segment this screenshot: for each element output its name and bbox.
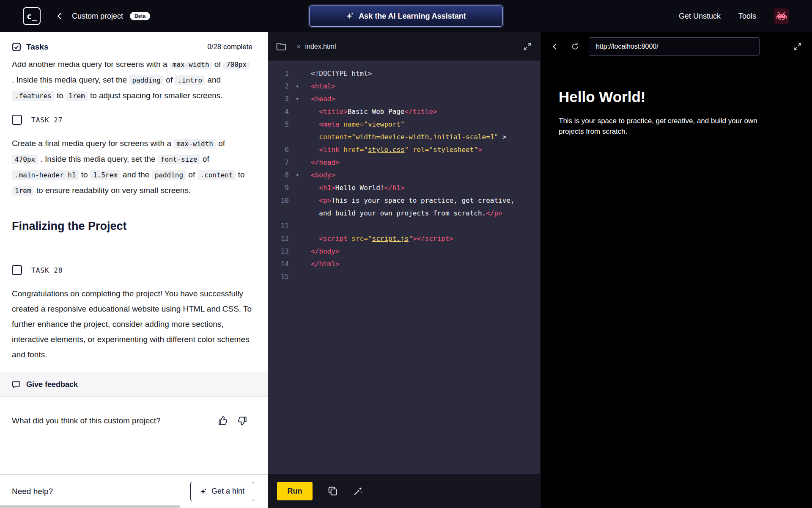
fold-arrow-icon[interactable]: ▾ xyxy=(289,80,311,93)
code-token: " xyxy=(405,146,409,154)
code-token: <!DOCTYPE html> xyxy=(311,69,372,77)
fold-gutter xyxy=(289,67,311,80)
fold-gutter xyxy=(289,118,311,131)
line-number: 7 xyxy=(268,156,289,169)
code-token: </head> xyxy=(311,158,339,166)
tab-close-icon[interactable]: × xyxy=(296,43,301,50)
horizontal-scrollbar-thumb[interactable] xyxy=(0,505,180,508)
line-number: 10 xyxy=(268,194,289,207)
main-content: Tasks 0/28 complete Add another media qu… xyxy=(0,32,812,508)
app-window: c_ Custom project Beta Ask the AI Learni… xyxy=(0,0,812,508)
give-feedback-button[interactable]: Give feedback xyxy=(0,373,268,397)
speech-bubble-icon xyxy=(12,381,20,389)
format-code-button[interactable] xyxy=(353,486,363,496)
code-row: 10 <p>This is your space to practice, ge… xyxy=(268,194,540,207)
folder-icon xyxy=(276,42,286,51)
fold-arrow-icon[interactable]: ▾ xyxy=(289,169,311,182)
code-token: <script xyxy=(319,235,347,243)
ai-assistant-label: Ask the AI Learning Assistant xyxy=(359,12,466,21)
task-27-label: TASK 27 xyxy=(31,116,63,124)
code-token: > xyxy=(478,146,482,154)
codecademy-logo[interactable]: c_ xyxy=(23,7,41,25)
magic-wand-icon xyxy=(353,486,363,496)
paragraph-text: Congratulations on completing the projec… xyxy=(12,289,252,359)
paragraph-text: of xyxy=(200,155,209,163)
tab-title: index.html xyxy=(305,43,336,50)
inline-code-chip: max-width xyxy=(170,62,212,69)
code-token: " xyxy=(368,235,372,243)
top-navigation-bar: c_ Custom project Beta Ask the AI Learni… xyxy=(0,0,812,32)
code-token: <p> xyxy=(319,196,331,204)
expand-icon xyxy=(523,42,532,51)
paragraph-text: . Inside this media query, set the xyxy=(38,155,158,163)
code-line: content="width=device-width,initial-scal… xyxy=(311,131,540,144)
fold-gutter xyxy=(289,207,311,220)
code-token xyxy=(311,196,319,204)
ai-assistant-button[interactable]: Ask the AI Learning Assistant xyxy=(309,6,503,27)
fold-arrow-icon[interactable]: ▾ xyxy=(289,93,311,105)
line-number: 12 xyxy=(268,232,289,245)
thumbs-down-button[interactable] xyxy=(236,415,247,426)
paragraph-text: to adjust spacing for smaller screens. xyxy=(88,91,223,100)
line-number: 11 xyxy=(268,220,289,232)
code-token xyxy=(339,120,343,128)
thumbs-up-icon xyxy=(218,415,229,426)
code-token: and build your own projects from scratch… xyxy=(311,209,486,217)
code-token xyxy=(311,133,319,141)
get-unstuck-link[interactable]: Get Unstuck xyxy=(679,12,721,21)
code-row: 7</head> xyxy=(268,156,540,169)
give-feedback-label: Give feedback xyxy=(26,380,78,389)
code-token: rel= xyxy=(413,146,429,154)
tasks-title: Tasks xyxy=(26,42,48,52)
paragraph-text: to ensure readability on very small scre… xyxy=(34,186,191,195)
task-28-checkbox[interactable] xyxy=(12,265,22,275)
code-row: content="width=device-width,initial-scal… xyxy=(268,131,540,144)
thumbs-up-button[interactable] xyxy=(218,415,229,426)
code-token: <title> xyxy=(319,108,347,116)
fold-gutter xyxy=(289,232,311,245)
code-row: and build your own projects from scratch… xyxy=(268,207,540,220)
task-27-checkbox[interactable] xyxy=(12,115,22,125)
code-token xyxy=(339,146,343,154)
code-row: 3▾<head> xyxy=(268,93,540,105)
code-line: </head> xyxy=(311,156,540,169)
get-a-hint-button[interactable]: Get a hint xyxy=(190,482,254,501)
need-help-text: Need help? xyxy=(12,487,53,496)
line-number: 1 xyxy=(268,67,289,80)
line-number: 6 xyxy=(268,144,289,156)
code-line: </html> xyxy=(311,258,540,271)
user-avatar[interactable] xyxy=(774,8,789,24)
preview-refresh-button[interactable] xyxy=(571,42,579,51)
chevron-left-icon xyxy=(551,42,559,51)
tab-index-html[interactable]: × index.html xyxy=(296,43,336,50)
sparkle-icon xyxy=(346,12,354,20)
tasks-scroll-area[interactable]: Add another media query for screens with… xyxy=(0,62,268,474)
code-token: </p> xyxy=(486,209,502,217)
code-line: <script src="script.js"></script> xyxy=(311,232,540,245)
code-token: " xyxy=(409,235,413,243)
fold-gutter xyxy=(289,144,311,156)
file-tree-button[interactable] xyxy=(276,42,286,51)
code-line: <body> xyxy=(311,169,540,182)
url-input[interactable]: http://localhost:8000/ xyxy=(589,37,760,56)
code-token xyxy=(311,184,319,192)
code-token: name= xyxy=(343,120,364,128)
line-number xyxy=(268,131,289,144)
editor-expand-button[interactable] xyxy=(523,42,532,51)
run-button[interactable]: Run xyxy=(277,482,313,500)
code-editor-panel: × index.html 1<!DOCTYPE html>2▾<html>3▾<… xyxy=(268,32,540,508)
tools-link[interactable]: Tools xyxy=(738,12,756,21)
copy-code-button[interactable] xyxy=(328,486,338,496)
code-token: <link xyxy=(319,146,339,154)
back-button[interactable] xyxy=(55,11,64,21)
code-line: <meta name="viewport" xyxy=(311,118,540,131)
preview-expand-button[interactable] xyxy=(793,42,802,51)
code-token: "viewport" xyxy=(364,120,404,128)
editor-tab-bar: × index.html xyxy=(268,32,540,61)
inline-code-chip: .intro xyxy=(175,75,205,85)
fold-gutter xyxy=(289,131,311,144)
code-token: <h1> xyxy=(319,184,335,192)
preview-back-button[interactable] xyxy=(551,42,559,51)
paragraph-text: Create a final media query for screens w… xyxy=(12,139,173,148)
code-editor-area[interactable]: 1<!DOCTYPE html>2▾<html>3▾<head>4 <title… xyxy=(268,61,540,474)
